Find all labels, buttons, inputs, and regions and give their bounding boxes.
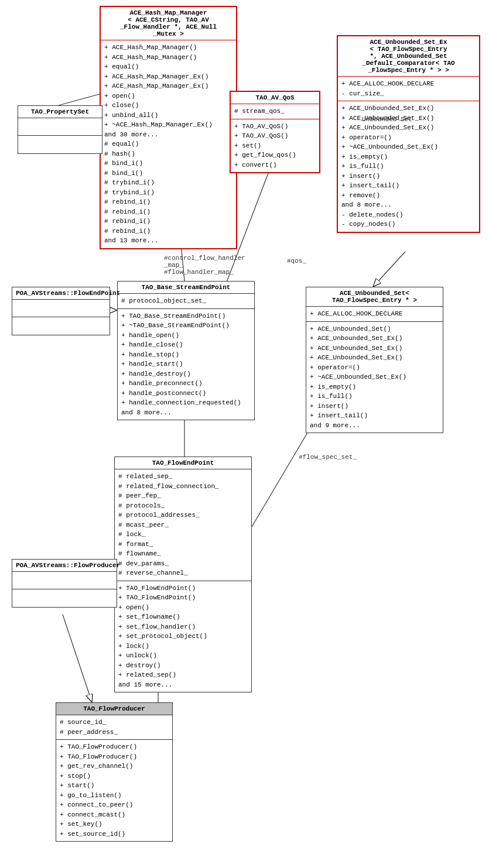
m8: + connect_mcast() [60, 810, 169, 820]
poa-avstreams-flowendpoint-header: POA_AVStreams::FlowEndPoint [12, 287, 110, 300]
m10: + insert_tail() [310, 411, 439, 421]
m18: # rebind_i() [104, 207, 232, 217]
t1: ACE_Unbounded_Set< [340, 290, 409, 297]
poa-flowendpoint-s1 [12, 300, 110, 317]
ace-unbounded-set-ex-header: ACE_Unbounded_Set_Ex < TAO_FlowSpec_Entr… [338, 36, 479, 77]
title: TAO_FlowProducer [83, 705, 145, 712]
m3: + equal() [104, 62, 232, 72]
m10: + related_sep() [118, 670, 248, 680]
f10: # dev_params_ [118, 559, 248, 569]
f9: # flowname_ [118, 549, 248, 559]
title-line-3: _Flow_Handler *, ACE_Null [120, 23, 217, 30]
t3: *, ACE_Unbounded_Set [370, 53, 447, 60]
poa-avstreams-flowproducer-header: POA_AVStreams::FlowProducer [12, 560, 117, 572]
m3: + handle_open() [121, 331, 251, 341]
m5: + handle_stop() [121, 350, 251, 360]
tao-property-set-s2 [18, 136, 102, 153]
f5: # protocol_addresses_ [118, 510, 248, 520]
m8: + unlock() [118, 651, 248, 661]
tao-flowproducer-fields: # source_id_ # peer_address_ [56, 715, 172, 740]
tao-property-set-s1 [18, 118, 102, 136]
title-line-2: < ACE_CString, TAO_AV [128, 16, 209, 23]
t1: ACE_Unbounded_Set_Ex [370, 39, 447, 46]
tao-base-streamendpoint-methods: + TAO_Base_StreamEndPoint() + ~TAO_Base_… [118, 309, 254, 420]
flow-spec-set-label: #flow_spec_set_ [299, 454, 357, 461]
m8: + insert() [341, 171, 476, 181]
m4: + ACE_Unbounded_Set_Ex() [310, 353, 439, 363]
m4: + ACE_Hash_Map_Manager_Ex() [104, 72, 232, 82]
m9: + ~ACE_Hash_Map_Manager_Ex() [104, 120, 232, 130]
m14: # bind_i() [104, 169, 232, 179]
title: POA_AVStreams::FlowProducer [16, 562, 120, 569]
m7: + lock() [118, 641, 248, 651]
m13: - copy_nodes() [341, 219, 476, 229]
m5: + ACE_Hash_Map_Manager_Ex() [104, 81, 232, 91]
f2: # peer_address_ [60, 728, 169, 737]
ace-unbounded-set-ex-fields: + ACE_ALLOC_HOOK_DECLARE - cur_size_ [338, 77, 479, 101]
m15: # trybind_i() [104, 178, 232, 188]
tao-flowproducer-header: TAO_FlowProducer [56, 703, 172, 715]
poa-flowproducer-s1 [12, 572, 117, 589]
m10: + handle_connection_requested() [121, 398, 251, 408]
m3: + get_rev_channel() [60, 761, 169, 771]
m10: and 30 more... [104, 130, 232, 140]
title: TAO_PropertySet [31, 108, 89, 115]
tao-av-qos-box: TAO_AV_QoS # stream_qos_ + TAO_AV_QoS() … [230, 91, 320, 173]
m12: - delete_nodes() [341, 210, 476, 220]
m1: + ACE_Hash_Map_Manager() [104, 43, 232, 53]
ace-hash-map-manager-box: ACE_Hash_Map_Manager < ACE_CString, TAO_… [100, 6, 237, 249]
m1: + TAO_Base_StreamEndPoint() [121, 311, 251, 321]
tao-flowendpoint-methods: + TAO_FlowEndPoint() + TAO_FlowEndPoint(… [115, 581, 251, 692]
m3: + ACE_Unbounded_Set_Ex() [341, 123, 476, 133]
m2: + TAO_FlowProducer() [60, 752, 169, 762]
svg-line-9 [63, 615, 92, 702]
poa-avstreams-flowproducer-box: POA_AVStreams::FlowProducer [12, 559, 117, 608]
m5: + convert() [234, 160, 316, 170]
poa-flowproducer-s2 [12, 589, 117, 607]
m8: + unbind_all() [104, 111, 232, 121]
unbounded-set-label: Unbounded Set [362, 116, 412, 123]
m5: + set_flow_handler() [118, 622, 248, 632]
tao-base-streamendpoint-box: TAO_Base_StreamEndPoint # protocol_objec… [117, 281, 255, 420]
m13: # bind_i() [104, 159, 232, 169]
m9: + insert_tail() [341, 181, 476, 191]
m9: + destroy() [118, 661, 248, 671]
ace-unbounded-set-box: ACE_Unbounded_Set< TAO_FlowSpec_Entry * … [306, 287, 443, 433]
m6: + open() [104, 91, 232, 101]
m19: # rebind_i() [104, 217, 232, 227]
tao-flowendpoint-header: TAO_FlowEndPoint [115, 457, 251, 469]
m10: + set_source_id() [60, 829, 169, 839]
tao-flowproducer-box: TAO_FlowProducer # source_id_ # peer_add… [56, 702, 173, 842]
tao-property-set-header: TAO_PropertySet [18, 106, 102, 118]
f1: # source_id_ [60, 718, 169, 728]
m5: + operator=() [310, 363, 439, 373]
m6: + ~ACE_Unbounded_Set_Ex() [310, 372, 439, 382]
t5: _FlowSpec_Entry * > > [368, 67, 449, 74]
m6: + handle_start() [121, 359, 251, 369]
m7: + handle_destroy() [121, 369, 251, 379]
m3: + ACE_Unbounded_Set_Ex() [310, 344, 439, 354]
tao-av-qos-header: TAO_AV_QoS [231, 92, 319, 104]
m7: + connect_to_peer() [60, 800, 169, 810]
m10: + remove() [341, 191, 476, 201]
tao-base-streamendpoint-header: TAO_Base_StreamEndPoint [118, 282, 254, 294]
m3: + open() [118, 603, 248, 613]
ace-hash-map-manager-header: ACE_Hash_Map_Manager < ACE_CString, TAO_… [101, 7, 236, 40]
m11: # equal() [104, 139, 232, 149]
m2: + ~TAO_Base_StreamEndPoint() [121, 321, 251, 331]
poa-flowendpoint-s2 [12, 317, 110, 335]
t2: < TAO_FlowSpec_Entry [370, 46, 447, 53]
m7: + is_empty() [310, 382, 439, 392]
f1: # stream_qos_ [234, 107, 316, 116]
m11: and 9 more... [310, 421, 439, 431]
m17: # rebind_i() [104, 197, 232, 207]
m9: + insert() [310, 402, 439, 411]
m1: + ACE_Unbounded_Set_Ex() [341, 104, 476, 114]
tao-base-streamendpoint-fields: # protocol_object_set_ [118, 294, 254, 309]
m20: # rebind_i() [104, 227, 232, 236]
title: TAO_FlowEndPoint [152, 459, 214, 466]
f6: # mcast_peer_ [118, 520, 248, 530]
m7: + close() [104, 101, 232, 111]
m9: + set_key() [60, 819, 169, 829]
tao-flowendpoint-box: TAO_FlowEndPoint # related_sep_ # relate… [114, 457, 252, 692]
